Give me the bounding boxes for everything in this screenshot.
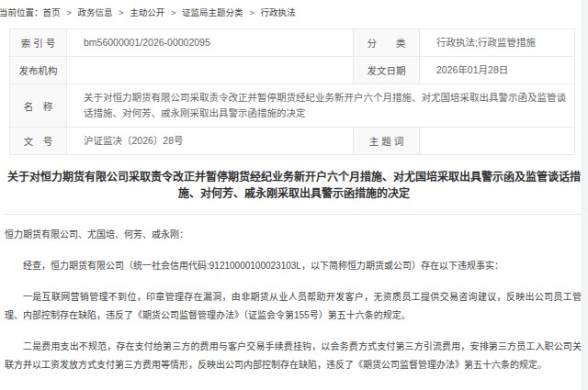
- meta-keywords-value: [420, 128, 575, 155]
- breadcrumb-link-gov-info[interactable]: 政务信息: [77, 7, 112, 17]
- paragraph-violation-2: 二是费用支出不规范，存在支付给第三方的费用与客户交易手续费挂钩，以会务费方式支付…: [5, 338, 582, 374]
- meta-row-name: 名 称 关于对恒力期货有限公司采取责令改正并暂停期货经纪业务新开户六个月措施、对…: [10, 84, 575, 128]
- document-meta-table: 索 引 号 bm56000001/2026-00002095 分 类 行政执法;…: [9, 28, 575, 155]
- meta-date-value: 2026年01月28日: [420, 57, 575, 84]
- breadcrumb-separator: >: [171, 7, 176, 17]
- meta-index-value: bm56000001/2026-00002095: [67, 29, 354, 57]
- breadcrumb-separator: >: [119, 7, 124, 17]
- meta-name-label: 名 称: [10, 84, 67, 128]
- meta-category-value: 行政执法;行政监管措施: [420, 29, 575, 57]
- meta-issuer-label: 发布机构: [10, 57, 67, 84]
- paragraph-facts-intro: 经查，恒力期货有限公司（统一社会信用代码:91210000100023103L，…: [5, 257, 582, 275]
- breadcrumb-separator: >: [66, 7, 72, 17]
- meta-doc-no-value: 沪证监决〔2026〕28号: [67, 128, 354, 155]
- meta-row-index: 索 引 号 bm56000001/2026-00002095 分 类 行政执法;…: [10, 29, 575, 57]
- meta-index-label: 索 引 号: [10, 29, 67, 57]
- breadcrumb: 当前位置：首页 > 政务信息 > 主动公开 > 证监局主题分类 > 行政执法: [0, 0, 588, 18]
- meta-row-issuer: 发布机构 发文日期 2026年01月28日: [10, 57, 575, 84]
- breadcrumb-link-admin-enforcement[interactable]: 行政执法: [260, 7, 295, 17]
- title-divider: [5, 214, 582, 215]
- meta-issuer-value: [67, 57, 354, 84]
- salutation: 恒力期货有限公司、尤国培、何芳、戚永刚：: [5, 226, 582, 244]
- breadcrumb-prefix: 当前位置：: [0, 7, 43, 17]
- meta-category-label: 分 类: [354, 29, 420, 57]
- breadcrumb-separator: >: [249, 7, 254, 17]
- meta-name-value: 关于对恒力期货有限公司采取责令改正并暂停期货经纪业务新开户六个月措施、对尤国培采…: [67, 84, 575, 128]
- breadcrumb-link-home[interactable]: 首页: [43, 7, 61, 17]
- document-title: 关于对恒力期货有限公司采取责令改正并暂停期货经纪业务新开户六个月措施、对尤国培采…: [4, 169, 584, 202]
- document-body: 恒力期货有限公司、尤国培、何芳、戚永刚： 经查，恒力期货有限公司（统一社会信用代…: [5, 226, 582, 390]
- page-right-gutter: [582, 0, 588, 390]
- meta-row-doc-no: 文 号 沪证监决〔2026〕28号 主 题 词: [10, 128, 575, 155]
- paragraph-violation-1: 一是互联网营销管理不到位，印章管理存在漏洞，由非期货从业人员帮助开发客户，无资质…: [5, 288, 582, 325]
- meta-keywords-label: 主 题 词: [354, 128, 420, 155]
- meta-doc-no-label: 文 号: [10, 128, 67, 155]
- breadcrumb-link-proactive-disclosure[interactable]: 主动公开: [130, 7, 164, 17]
- disclosure-page: 当前位置：首页 > 政务信息 > 主动公开 > 证监局主题分类 > 行政执法 索…: [0, 0, 588, 390]
- meta-date-label: 发文日期: [354, 57, 420, 84]
- breadcrumb-link-csrc-topic-category[interactable]: 证监局主题分类: [182, 7, 243, 17]
